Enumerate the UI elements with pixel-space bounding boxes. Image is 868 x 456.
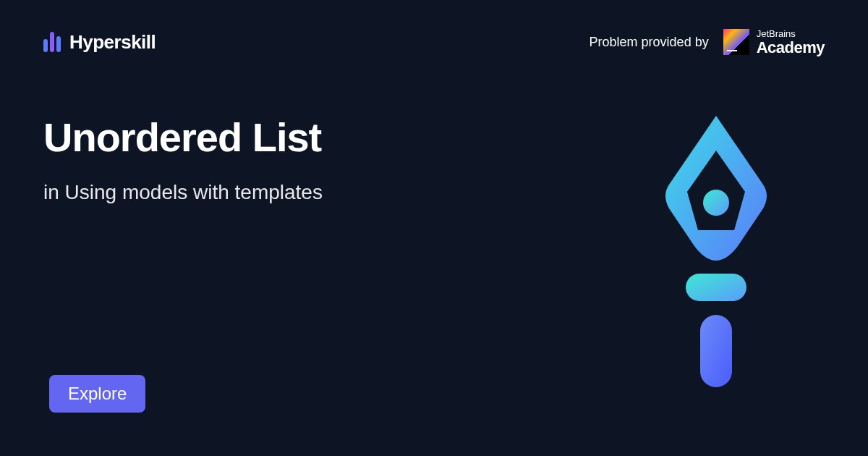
hyperskill-logo: Hyperskill xyxy=(43,31,156,54)
academy-label: Academy xyxy=(757,39,825,56)
jetbrains-icon xyxy=(723,29,749,55)
brand-name: Hyperskill xyxy=(69,31,156,54)
jetbrains-label: JetBrains xyxy=(757,29,825,39)
hyperskill-icon xyxy=(43,32,61,52)
header: Hyperskill Problem provided by JetBrains… xyxy=(0,0,868,56)
page-subtitle: in Using models with templates xyxy=(43,181,499,204)
pen-illustration-icon xyxy=(651,116,781,391)
provider-block: Problem provided by JetBrains Academy xyxy=(590,29,825,56)
main-content: Unordered List in Using models with temp… xyxy=(0,56,542,204)
explore-button[interactable]: Explore xyxy=(49,375,145,413)
page-title: Unordered List xyxy=(43,114,499,161)
jetbrains-academy-logo: JetBrains Academy xyxy=(723,29,825,56)
svg-rect-1 xyxy=(686,274,746,301)
provided-by-label: Problem provided by xyxy=(590,35,709,50)
academy-text: JetBrains Academy xyxy=(757,29,825,56)
svg-rect-2 xyxy=(700,315,732,387)
svg-point-0 xyxy=(703,190,729,216)
